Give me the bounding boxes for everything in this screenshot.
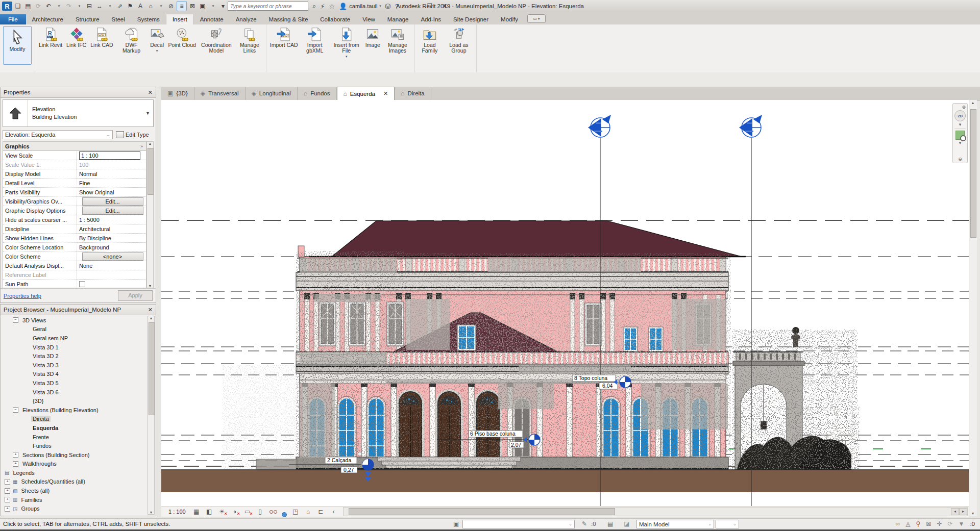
apply-button[interactable]: Apply xyxy=(118,290,153,301)
type-selector[interactable]: Elevation Building Elevation ▼ xyxy=(3,99,154,127)
text-icon[interactable]: A xyxy=(136,2,145,11)
tree-item-schedules-quantities-all-[interactable]: +▦Schedules/Quantities (all) xyxy=(2,477,146,487)
minimize-button[interactable]: – xyxy=(409,3,420,10)
zoom-region-icon[interactable] xyxy=(955,131,965,140)
switch-windows-icon[interactable]: ▣ xyxy=(198,2,207,11)
properties-scrollbar[interactable]: ▲ ▼ xyxy=(146,141,154,288)
visual-style-icon[interactable]: ◧ xyxy=(205,508,213,515)
ribbon-tab-site-designer[interactable]: Site Designer xyxy=(447,14,495,24)
edit-type-button[interactable]: Edit Type xyxy=(116,130,149,139)
ribbon-tab-structure[interactable]: Structure xyxy=(69,14,106,24)
image-button[interactable]: Image xyxy=(364,26,382,49)
insert-from-file-dropdown-icon[interactable]: ▾ xyxy=(346,54,348,59)
view-tab-fundos[interactable]: ⌂Fundos xyxy=(298,87,337,100)
tree-item-vista-3d-4[interactable]: Vista 3D 4 xyxy=(2,370,146,379)
ribbon-tab-modify[interactable]: Modify xyxy=(495,14,524,24)
import-gbxml-button[interactable]: Import gbXML xyxy=(301,26,329,55)
property-edit-button[interactable]: Edit... xyxy=(82,207,143,215)
horizontal-scrollbar[interactable]: ◂ ▸ xyxy=(343,507,968,516)
ribbon-tab-systems[interactable]: Systems xyxy=(131,14,166,24)
undo-dropdown-icon[interactable]: ▾ xyxy=(54,2,63,11)
aligned-dimension-icon[interactable]: ⇗ xyxy=(115,2,125,11)
signed-in-user[interactable]: 👤 camila.tauil ▾ xyxy=(339,3,381,10)
type-selector-dropdown-icon[interactable]: ▼ xyxy=(145,111,153,116)
tree-item-geral-sem-np[interactable]: Geral sem NP xyxy=(2,334,146,343)
property-value[interactable] xyxy=(77,280,146,288)
tag-icon[interactable]: ⚑ xyxy=(126,2,135,11)
collapse-icon[interactable]: − xyxy=(13,317,18,323)
view-tab-esquerda[interactable]: ⌂Esquerda✕ xyxy=(337,87,395,100)
tree-item-sheets-all-[interactable]: +▧Sheets (all) xyxy=(2,486,146,495)
tree-item-elevations-building-elevation-[interactable]: −Elevations (Building Elevation) xyxy=(2,406,146,415)
redo-icon[interactable]: ↷ xyxy=(64,2,74,11)
property-value[interactable]: Architectural xyxy=(77,224,146,233)
expand-icon[interactable]: + xyxy=(13,461,18,467)
ribbon-tab-view[interactable]: View xyxy=(356,14,381,24)
design-option-secondary-dropdown[interactable]: ⌄ xyxy=(716,520,739,528)
restore-button[interactable]: ❐ xyxy=(424,3,435,10)
communication-center-icon[interactable]: ⚡ xyxy=(320,3,325,10)
app-store-cart-icon[interactable]: ⛁ xyxy=(385,3,391,10)
property-value[interactable]: Background xyxy=(77,243,146,251)
editing-requests-icon[interactable]: ✎ xyxy=(582,520,587,527)
revit-logo-icon[interactable]: R xyxy=(2,2,12,11)
tree-item-groups[interactable]: +◳Groups xyxy=(2,504,146,513)
save-icon[interactable]: ▤ xyxy=(23,2,33,11)
ribbon-tab-massing-site[interactable]: Massing & Site xyxy=(263,14,314,24)
worksets-icon[interactable]: ▣ xyxy=(453,520,459,527)
link-revit-button[interactable]: RRVTLink Revit xyxy=(37,26,64,49)
reveal-constraints-icon[interactable]: ⊏ xyxy=(317,508,325,515)
property-value[interactable]: 1 : 100 xyxy=(77,151,146,160)
link-ifc-button[interactable]: Link IFC xyxy=(65,26,88,49)
close-view-tab-icon[interactable]: ✕ xyxy=(383,90,388,97)
reveal-hidden-elements-icon[interactable] xyxy=(269,510,277,514)
ribbon-tab-add-ins[interactable]: Add-Ins xyxy=(414,14,447,24)
property-value[interactable]: Fine xyxy=(77,179,146,187)
search-icon[interactable]: ⌕ xyxy=(312,2,316,10)
point-cloud-button[interactable]: Point Cloud xyxy=(167,26,198,49)
refresh-icon[interactable]: ⟳ xyxy=(947,520,952,527)
move-cursor-icon[interactable]: ✛ xyxy=(937,520,942,527)
tree-item-vista-3d-6[interactable]: Vista 3D 6 xyxy=(2,388,146,397)
ribbon-tab-manage[interactable]: Manage xyxy=(381,14,415,24)
modify-button[interactable]: Modify xyxy=(3,26,32,65)
manage-images-button[interactable]: Manage Images xyxy=(383,26,412,55)
collapse-icon[interactable]: ‹ xyxy=(330,508,338,515)
close-button[interactable]: ✕ xyxy=(439,3,451,10)
tree-item-fundos[interactable]: Fundos xyxy=(2,441,146,450)
link-cad-button[interactable]: CADLink CAD xyxy=(89,26,114,49)
tree-item-vista-3d-5[interactable]: Vista 3D 5 xyxy=(2,378,146,388)
tree-item-3d-views[interactable]: −3D Views xyxy=(2,316,146,325)
collapse-icon[interactable]: − xyxy=(13,407,18,413)
crop-view-icon[interactable]: ▭× xyxy=(243,508,252,515)
link-cursor-icon[interactable]: ∞ xyxy=(896,520,900,527)
property-value[interactable]: 1 : 5000 xyxy=(77,215,146,224)
detail-level-icon[interactable]: ▦ xyxy=(192,508,201,515)
navbar-minimize-icon[interactable]: ⊖ xyxy=(958,157,962,162)
ribbon-display-toggle[interactable]: ▭▾ xyxy=(527,14,546,23)
tree-item-frente[interactable]: Frente xyxy=(2,433,146,442)
dwf-markup-button[interactable]: DWF Markup xyxy=(116,26,148,55)
import-cad-button[interactable]: CADImport CAD xyxy=(268,26,300,49)
print-icon[interactable]: ⊟ xyxy=(85,2,94,11)
ribbon-tab-annotate[interactable]: Annotate xyxy=(194,14,230,24)
design-option-dropdown[interactable]: Main Model⌄ xyxy=(636,520,714,528)
exclude-elements-icon[interactable]: ⊠ xyxy=(926,520,931,527)
view-scale-control[interactable]: 1 : 100 xyxy=(165,509,189,515)
sync-icon[interactable]: ⟳ xyxy=(34,2,43,11)
crop-region-visibility-icon[interactable]: ▯ xyxy=(256,508,264,515)
expand-icon[interactable]: + xyxy=(5,497,10,502)
property-edit-button[interactable]: <none> xyxy=(82,252,143,261)
sun-path-off-icon[interactable]: ☀× xyxy=(218,508,226,515)
load-family-button[interactable]: Load Family xyxy=(417,26,443,55)
property-value[interactable]: Edit... xyxy=(77,197,146,206)
manage-links-button[interactable]: Manage Links xyxy=(235,26,264,55)
property-value[interactable]: 100 xyxy=(77,160,146,169)
properties-help-link[interactable]: Properties help xyxy=(4,293,41,299)
expand-icon[interactable]: + xyxy=(5,479,10,485)
view-tab-longitudinal[interactable]: ◈Longitudinal xyxy=(246,87,298,100)
thin-lines-icon[interactable]: ≡ xyxy=(177,1,187,11)
drawing-area[interactable]: 8 Topo coluna 6,04 6 Piso base coluna 2,… xyxy=(161,100,969,506)
decal-button[interactable]: Decal▾ xyxy=(149,26,166,55)
property-value[interactable]: None xyxy=(77,261,146,270)
